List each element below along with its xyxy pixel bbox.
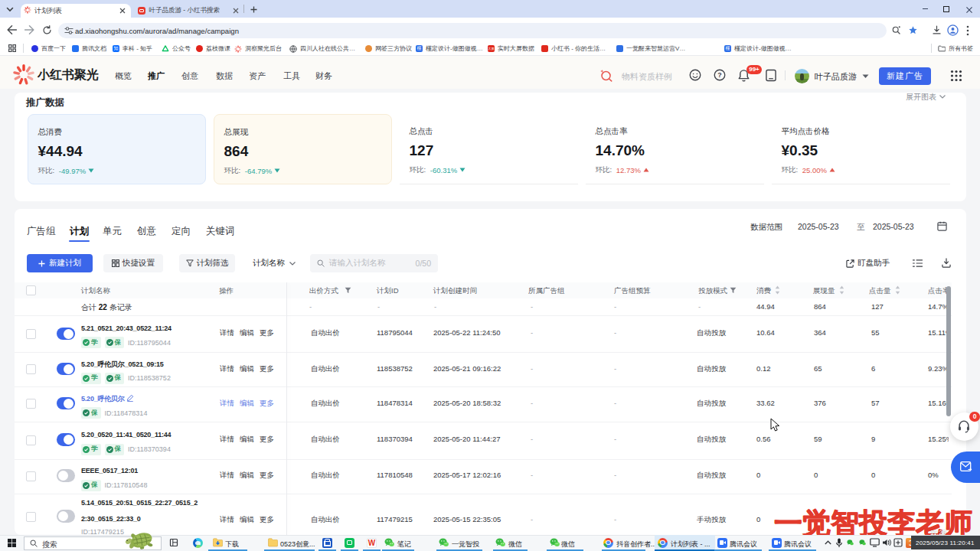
svg-text:?: ?	[717, 71, 721, 79]
